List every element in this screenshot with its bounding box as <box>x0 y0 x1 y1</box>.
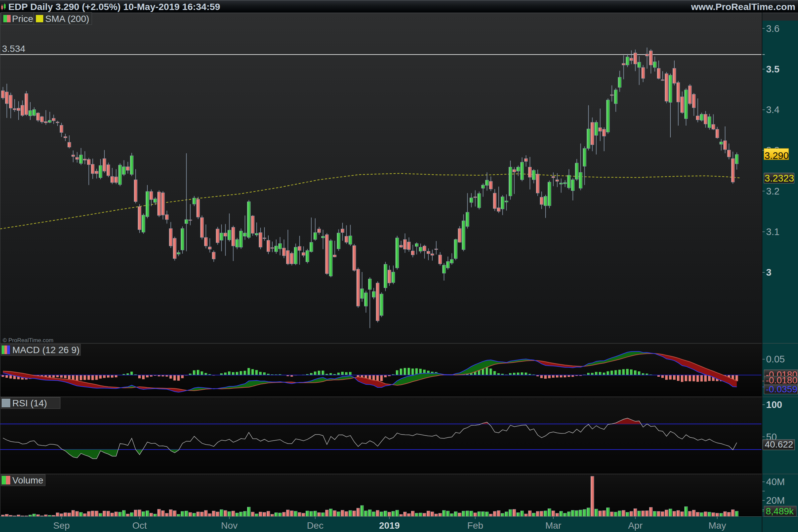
svg-text:Feb: Feb <box>467 520 483 531</box>
svg-text:Oct: Oct <box>132 520 147 531</box>
svg-text:RSI (14): RSI (14) <box>12 398 47 408</box>
svg-text:Nov: Nov <box>221 520 238 531</box>
svg-text:Sep: Sep <box>53 520 70 531</box>
svg-text:40.622: 40.622 <box>765 439 793 450</box>
svg-text:www.ProRealTime.com: www.ProRealTime.com <box>690 1 795 12</box>
svg-text:3.2: 3.2 <box>766 186 779 196</box>
svg-text:40M: 40M <box>766 476 785 487</box>
svg-text:2019: 2019 <box>379 520 400 531</box>
svg-text:MACD (12 26 9): MACD (12 26 9) <box>12 345 79 355</box>
svg-text:May: May <box>708 520 726 531</box>
svg-text:-0.0359: -0.0359 <box>766 384 797 394</box>
svg-text:Apr: Apr <box>628 520 643 531</box>
svg-text:3.1: 3.1 <box>766 226 779 237</box>
svg-text:20M: 20M <box>766 495 785 506</box>
svg-text:3.2323: 3.2323 <box>765 173 794 184</box>
svg-text:3.534: 3.534 <box>2 43 25 54</box>
svg-text:Dec: Dec <box>307 520 324 531</box>
svg-text:3.6: 3.6 <box>766 23 779 34</box>
svg-text:3.4: 3.4 <box>766 104 779 115</box>
svg-text:3: 3 <box>766 267 772 278</box>
svg-text:0.05: 0.05 <box>766 354 785 364</box>
svg-text:Mar: Mar <box>545 520 561 531</box>
svg-text:SMA (200): SMA (200) <box>45 14 89 24</box>
svg-text:8,489k: 8,489k <box>766 506 794 516</box>
svg-text:EDP Daily 3.290 (+2.05%) 10-Ma: EDP Daily 3.290 (+2.05%) 10-May-2019 16:… <box>8 1 220 12</box>
svg-text:3.5: 3.5 <box>766 64 779 75</box>
svg-text:3.290: 3.290 <box>765 150 789 161</box>
svg-text:Volume: Volume <box>12 475 43 486</box>
svg-text:100: 100 <box>766 399 782 410</box>
svg-text:© ProRealTime.com: © ProRealTime.com <box>3 337 54 343</box>
svg-text:Price: Price <box>12 14 33 24</box>
